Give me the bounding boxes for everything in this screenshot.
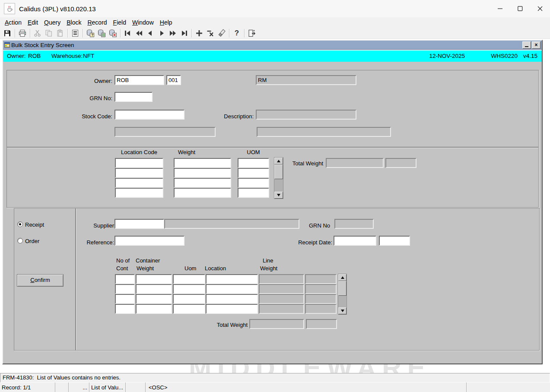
receipt-grid-scrollbar[interactable] [338, 274, 347, 315]
container-weight-input[interactable] [136, 284, 172, 294]
save-icon[interactable] [2, 28, 13, 38]
container-weight-input[interactable] [136, 274, 172, 284]
status-segment [467, 383, 550, 392]
next-record-icon[interactable] [156, 28, 167, 38]
uom-input[interactable] [238, 188, 269, 198]
menu-edit[interactable]: Edit [25, 18, 41, 27]
status-list-of-values: List of Valu... [89, 383, 126, 392]
previous-block-icon[interactable] [134, 28, 145, 38]
scroll-thumb[interactable] [338, 281, 347, 296]
container-weight-input[interactable] [136, 294, 172, 304]
last-record-icon[interactable] [178, 28, 190, 38]
order-radio-label: Order [25, 238, 51, 244]
uom-grid-input[interactable] [173, 274, 205, 284]
list-values-icon[interactable] [70, 28, 81, 38]
owner-code-input[interactable] [114, 75, 164, 85]
menu-record[interactable]: Record [84, 18, 110, 27]
mdi-close-button[interactable]: × [532, 41, 540, 49]
paste-icon[interactable] [54, 28, 66, 38]
weight-input[interactable] [174, 178, 231, 188]
scroll-up-button[interactable] [274, 158, 283, 164]
confirm-button[interactable]: Confirm [17, 274, 64, 287]
clear-record-icon[interactable] [216, 28, 227, 38]
previous-record-icon[interactable] [145, 28, 156, 38]
first-record-icon[interactable] [122, 28, 134, 38]
receipt-date-input[interactable] [334, 236, 376, 246]
no-of-cont-input[interactable] [115, 274, 135, 284]
supplier-code-input[interactable] [114, 219, 164, 229]
order-radio[interactable] [17, 238, 23, 243]
location-grid-input[interactable] [206, 294, 258, 304]
copy-icon[interactable] [43, 28, 54, 38]
line-weight-column [259, 274, 304, 314]
reference-input[interactable] [114, 236, 184, 246]
cut-icon[interactable] [32, 28, 43, 38]
uom-grid-input[interactable] [173, 284, 205, 294]
next-block-icon[interactable] [167, 28, 178, 38]
owner-suffix-input[interactable] [166, 75, 181, 85]
location-total-weight-display [326, 158, 384, 168]
location-grid-input[interactable] [206, 284, 258, 294]
receipt-radio[interactable] [17, 221, 23, 227]
maximize-button[interactable] [510, 0, 530, 17]
java-coffee-cup-icon [4, 3, 15, 14]
location-code-input[interactable] [115, 158, 163, 168]
location-grid-input[interactable] [206, 274, 258, 284]
mdi-title-bar: Bulk Stock Entry Screen × [3, 41, 542, 50]
mdi-client-area: MIDDLEWARE Bulk Stock Entry Screen × Own… [0, 39, 550, 373]
print-icon[interactable] [17, 28, 28, 38]
toolbar-separator [15, 29, 15, 38]
insert-record-icon[interactable] [194, 28, 205, 38]
weight-input[interactable] [174, 188, 231, 198]
location-code-column [115, 158, 163, 198]
no-of-cont-input[interactable] [115, 304, 135, 314]
uom-grid-input[interactable] [173, 304, 205, 314]
menu-window[interactable]: Window [129, 18, 157, 27]
delete-record-icon[interactable] [205, 28, 216, 38]
no-of-cont-input[interactable] [115, 294, 135, 304]
weight-input[interactable] [174, 168, 231, 178]
location-grid-input[interactable] [206, 304, 258, 314]
status-segment [126, 383, 146, 392]
scroll-thumb[interactable] [274, 164, 283, 179]
scroll-down-button[interactable] [338, 307, 347, 314]
container-weight-input[interactable] [136, 304, 172, 314]
receipt-date-label: Receipt Date: [295, 239, 332, 246]
menu-block[interactable]: Block [64, 18, 84, 27]
context-warehouse-label: Warehouse: [51, 53, 83, 59]
description-extra-display [257, 127, 391, 137]
weight-input[interactable] [174, 158, 231, 168]
no-of-cont-header-line1: No of [116, 257, 134, 264]
uom-input[interactable] [238, 178, 269, 188]
weight-header: Weight [165, 149, 208, 155]
scroll-up-button[interactable] [338, 274, 347, 281]
line-weight-uom-display [305, 304, 337, 314]
mdi-minimize-button[interactable] [522, 41, 531, 49]
menu-help[interactable]: Help [157, 18, 175, 27]
exit-icon[interactable] [246, 28, 258, 38]
location-code-input[interactable] [115, 188, 163, 198]
location-code-input[interactable] [115, 168, 163, 178]
cancel-query-icon[interactable] [107, 28, 118, 38]
receipt-time-input[interactable] [379, 236, 410, 246]
execute-query-icon[interactable] [96, 28, 107, 38]
grn-no-input[interactable] [114, 92, 153, 102]
enter-query-icon[interactable]: ? [85, 28, 96, 38]
location-code-input[interactable] [115, 178, 163, 188]
container-weight-column [136, 274, 172, 314]
uom-input[interactable] [238, 168, 269, 178]
close-button[interactable] [530, 0, 550, 17]
scroll-down-button[interactable] [274, 192, 283, 199]
menu-bar: Action Edit Query Block Record Field Win… [0, 17, 550, 28]
minimize-button[interactable] [490, 0, 510, 17]
uom-input[interactable] [238, 158, 269, 168]
stock-code-input[interactable] [114, 110, 184, 120]
location-scrollbar[interactable] [274, 157, 283, 199]
menu-query[interactable]: Query [41, 18, 64, 27]
uom-grid-input[interactable] [173, 294, 205, 304]
no-of-cont-input[interactable] [115, 284, 135, 294]
help-icon[interactable]: ? [231, 28, 242, 38]
stock-desc-extra-display [114, 127, 216, 137]
menu-action[interactable]: Action [2, 18, 25, 27]
menu-field[interactable]: Field [110, 18, 129, 27]
